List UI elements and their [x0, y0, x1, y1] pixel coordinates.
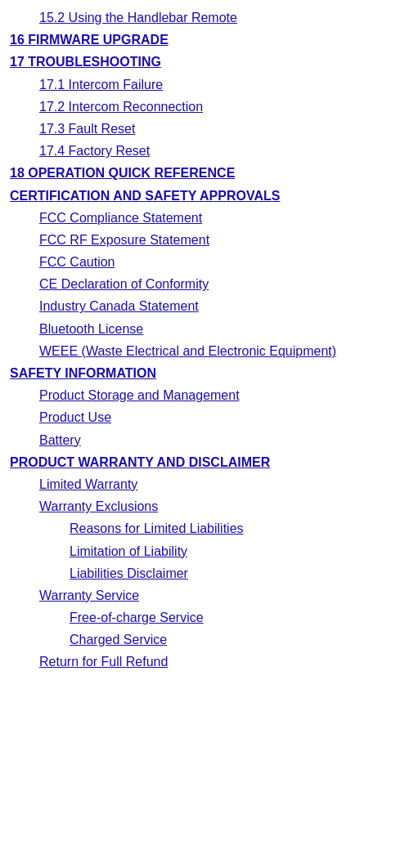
toc-link-item-fcs[interactable]: Free-of-charge Service	[70, 606, 408, 629]
toc-link-item-rfr[interactable]: Return for Full Refund	[39, 651, 408, 673]
toc-link-item-18[interactable]: 18 OPERATION QUICK REFERENCE	[10, 162, 408, 184]
toc-link-item-we[interactable]: Warranty Exclusions	[39, 495, 408, 517]
toc-link-item-16[interactable]: 16 FIRMWARE UPGRADE	[10, 29, 408, 51]
toc-link-item-pu[interactable]: Product Use	[39, 406, 408, 428]
toc-link-item-172[interactable]: 17.2 Intercom Reconnection	[39, 96, 408, 118]
toc-link-item-ws[interactable]: Warranty Service	[39, 584, 408, 606]
toc-link-item-ic[interactable]: Industry Canada Statement	[39, 295, 408, 317]
toc-link-item-safety[interactable]: SAFETY INFORMATION	[10, 362, 408, 384]
toc-link-item-weee[interactable]: WEEE (Waste Electrical and Electronic Eq…	[39, 340, 408, 362]
toc-link-item-ce[interactable]: CE Declaration of Conformity	[39, 273, 408, 295]
toc-list: 15.2 Using the Handlebar Remote16 FIRMWA…	[10, 7, 408, 673]
toc-link-item-fcc2[interactable]: FCC RF Exposure Statement	[39, 229, 408, 251]
toc-link-item-ld[interactable]: Liabilities Disclaimer	[70, 562, 408, 584]
toc-link-item-psm[interactable]: Product Storage and Management	[39, 384, 408, 406]
toc-link-item-174[interactable]: 17.4 Factory Reset	[39, 140, 408, 162]
toc-link-item-warranty[interactable]: PRODUCT WARRANTY AND DISCLAIMER	[10, 451, 408, 473]
toc-link-item-152[interactable]: 15.2 Using the Handlebar Remote	[39, 7, 408, 29]
toc-link-item-lol[interactable]: Limitation of Liability	[70, 540, 408, 562]
toc-link-item-cert[interactable]: CERTIFICATION AND SAFETY APPROVALS	[10, 185, 408, 207]
toc-link-item-cs[interactable]: Charged Service	[70, 629, 408, 651]
toc-link-item-battery[interactable]: Battery	[39, 429, 408, 451]
toc-link-item-173[interactable]: 17.3 Fault Reset	[39, 118, 408, 140]
toc-link-item-fcc1[interactable]: FCC Compliance Statement	[39, 207, 408, 229]
toc-link-item-lw[interactable]: Limited Warranty	[39, 473, 408, 495]
toc-link-item-17[interactable]: 17 TROUBLESHOOTING	[10, 51, 408, 73]
toc-link-item-171[interactable]: 17.1 Intercom Failure	[39, 74, 408, 96]
toc-link-item-fcc3[interactable]: FCC Caution	[39, 251, 408, 273]
toc-link-item-bt[interactable]: Bluetooth License	[39, 318, 408, 340]
toc-link-item-rll[interactable]: Reasons for Limited Liabilities	[70, 517, 408, 539]
